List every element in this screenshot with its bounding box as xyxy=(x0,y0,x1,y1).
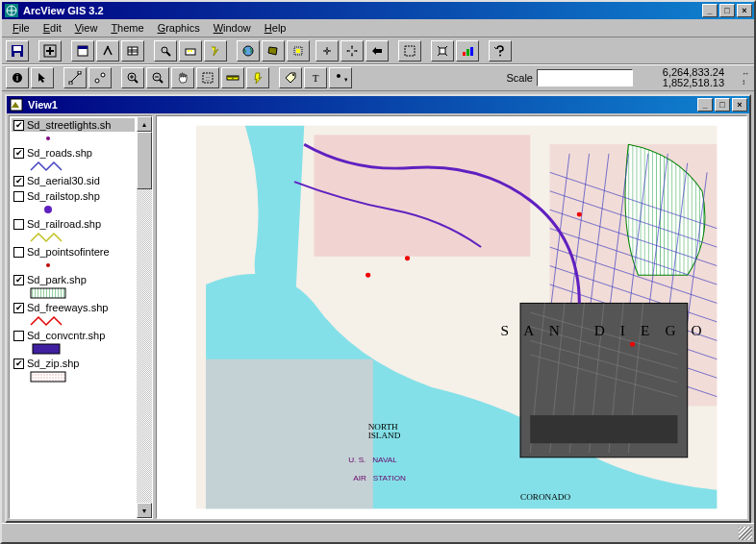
layer-row[interactable]: ✔ Sd_aerial30.sid xyxy=(12,174,135,187)
help-button[interactable] xyxy=(489,40,512,62)
layer-row[interactable]: ✔ Sd_zip.shp xyxy=(12,357,135,370)
layer-checkbox[interactable]: ✔ xyxy=(13,303,24,313)
toc-scrollbar[interactable]: ▴ ▾ xyxy=(137,116,152,518)
layer-checkbox[interactable]: ✔ xyxy=(13,275,24,285)
maximize-button[interactable]: □ xyxy=(719,4,735,17)
layer-item[interactable]: ✔ Sd_aerial30.sid xyxy=(12,174,135,187)
svg-line-106 xyxy=(540,154,569,397)
layer-row[interactable]: Sd_railstop.shp xyxy=(12,189,135,203)
svg-point-1 xyxy=(7,6,16,15)
menu-graphics[interactable]: Graphics xyxy=(151,20,207,36)
view-close-button[interactable]: × xyxy=(732,98,747,111)
vertex-tool[interactable] xyxy=(63,67,87,88)
zoom-out-button[interactable] xyxy=(340,40,364,62)
table-button[interactable] xyxy=(121,40,144,62)
layer-checkbox[interactable]: ✔ xyxy=(13,176,24,186)
layer-checkbox[interactable] xyxy=(13,247,24,258)
menu-help[interactable]: Help xyxy=(258,20,293,36)
layer-row[interactable]: Sd_pointsofintere xyxy=(12,245,135,259)
locate-button[interactable] xyxy=(179,40,202,62)
legend-editor-button[interactable] xyxy=(96,40,119,62)
zoom-selected-button[interactable] xyxy=(287,40,310,62)
resize-grip[interactable] xyxy=(739,527,752,540)
layer-checkbox[interactable] xyxy=(13,219,24,230)
layer-row[interactable]: ✔ Sd_park.shp xyxy=(12,273,135,286)
layer-checkbox[interactable] xyxy=(13,191,24,202)
label-tool[interactable] xyxy=(279,67,302,88)
save-button[interactable] xyxy=(6,40,29,62)
hotlink-tool[interactable] xyxy=(246,67,269,88)
svg-point-22 xyxy=(243,46,253,56)
svg-point-132 xyxy=(365,273,370,278)
scale-input[interactable] xyxy=(537,69,633,87)
chart-button[interactable] xyxy=(456,40,479,62)
zoom-in-button[interactable] xyxy=(315,40,339,62)
layer-checkbox[interactable]: ✔ xyxy=(13,148,24,159)
svg-line-111 xyxy=(639,154,668,397)
scroll-thumb[interactable] xyxy=(137,132,152,189)
zoom-previous-button[interactable] xyxy=(365,40,389,62)
draw-tool[interactable]: ▾ xyxy=(329,67,352,88)
layer-item[interactable]: ✔ Sd_park.shp xyxy=(12,273,135,299)
svg-rect-86 xyxy=(31,288,65,298)
pointer-tool[interactable] xyxy=(31,67,54,88)
zoom-full-button[interactable] xyxy=(237,40,260,62)
pan-tool[interactable] xyxy=(171,67,194,88)
add-theme-button[interactable] xyxy=(38,40,62,62)
measure-tool[interactable] xyxy=(221,67,244,88)
scroll-up-button[interactable]: ▴ xyxy=(137,116,152,132)
view-window: View1 _ □ × ✔ Sd_streetlights.sh ✔ Sd_ro… xyxy=(5,94,751,523)
menu-theme[interactable]: Theme xyxy=(104,20,150,36)
svg-line-108 xyxy=(579,154,609,397)
close-button[interactable]: × xyxy=(737,4,752,17)
layer-checkbox[interactable] xyxy=(13,331,24,341)
layer-symbol xyxy=(29,232,67,243)
toolbar-2: i :: T ▾ Scale 6,264,833.24 1,852,518.13… xyxy=(2,64,754,91)
view-maximize-button[interactable]: □ xyxy=(715,98,730,111)
node-tool[interactable] xyxy=(88,67,112,88)
select-none-button[interactable] xyxy=(398,40,421,62)
layer-item[interactable]: ✔ Sd_freeways.shp xyxy=(12,301,135,327)
layer-row[interactable]: ✔ Sd_streetlights.sh xyxy=(12,118,135,132)
layer-item[interactable]: ✔ Sd_roads.shp xyxy=(12,146,135,172)
geoprocess-button[interactable] xyxy=(431,40,454,62)
view-minimize-button[interactable]: _ xyxy=(697,98,713,111)
layer-checkbox[interactable]: ✔ xyxy=(13,359,24,369)
layer-item[interactable]: Sd_railstop.shp xyxy=(12,189,135,215)
identify-tool[interactable]: i xyxy=(6,67,29,88)
layer-row[interactable]: ✔ Sd_roads.shp xyxy=(12,146,135,160)
coordinates-readout: 6,264,833.24 1,852,518.13 xyxy=(637,67,738,88)
svg-text:U. S.   NAVAL: U. S. NAVAL xyxy=(348,456,397,464)
zoom-active-button[interactable] xyxy=(262,40,285,62)
layer-row[interactable]: Sd_railroad.shp xyxy=(12,217,135,231)
menu-file[interactable]: File xyxy=(6,20,37,36)
scroll-down-button[interactable]: ▾ xyxy=(137,503,152,518)
minimize-button[interactable]: _ xyxy=(702,4,718,17)
layer-row[interactable]: Sd_convcntr.shp xyxy=(12,329,135,342)
layer-item[interactable]: Sd_convcntr.shp xyxy=(12,329,135,355)
layer-item[interactable]: Sd_railroad.shp xyxy=(12,217,135,243)
layer-checkbox[interactable]: ✔ xyxy=(13,120,24,131)
layer-item[interactable]: ✔ Sd_zip.shp xyxy=(12,357,135,383)
select-tool[interactable]: :: xyxy=(196,67,219,88)
svg-rect-68 xyxy=(203,73,213,83)
layer-symbol xyxy=(29,204,67,215)
scroll-track[interactable] xyxy=(137,132,152,503)
query-builder-button[interactable] xyxy=(204,40,227,62)
map-canvas[interactable]: S A N D I E G O NORTH ISLAND U. S. NAVAL… xyxy=(156,115,747,519)
scale-label: Scale xyxy=(506,72,533,84)
svg-line-124 xyxy=(628,303,643,453)
menu-view[interactable]: View xyxy=(68,20,105,36)
find-button[interactable] xyxy=(154,40,177,62)
zoom-in-tool[interactable] xyxy=(121,67,144,88)
layer-item[interactable]: ✔ Sd_streetlights.sh xyxy=(12,118,135,144)
zoom-out-tool[interactable] xyxy=(146,67,169,88)
layer-row[interactable]: ✔ Sd_freeways.shp xyxy=(12,301,135,314)
text-tool[interactable]: T xyxy=(304,67,327,88)
layer-item[interactable]: Sd_pointsofintere xyxy=(12,245,135,271)
svg-rect-10 xyxy=(78,46,88,56)
menu-window[interactable]: Window xyxy=(207,20,258,36)
svg-marker-38 xyxy=(346,50,348,52)
theme-properties-button[interactable] xyxy=(71,40,94,62)
menu-edit[interactable]: Edit xyxy=(37,20,68,36)
